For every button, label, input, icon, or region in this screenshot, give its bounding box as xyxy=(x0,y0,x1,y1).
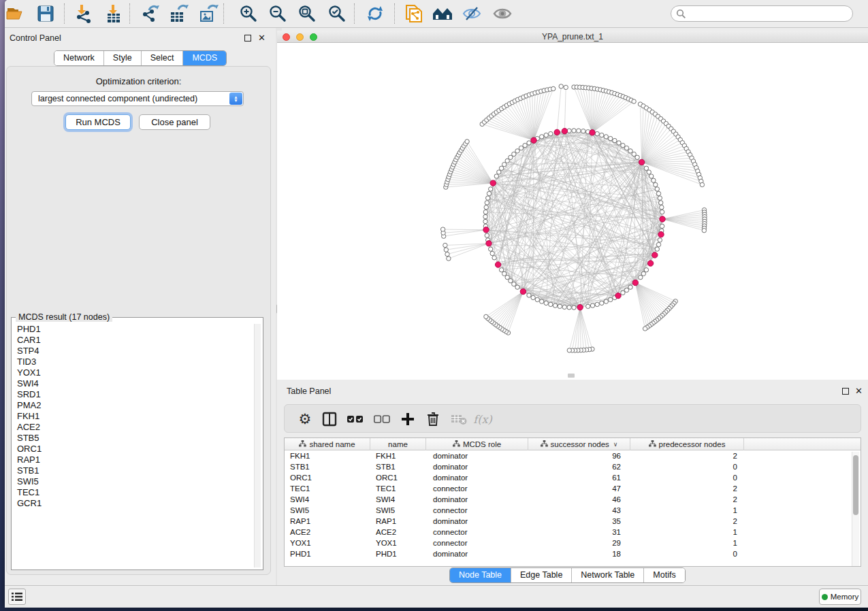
network-node[interactable] xyxy=(644,166,648,170)
network-node[interactable] xyxy=(595,302,599,306)
network-node[interactable] xyxy=(486,196,490,200)
zoom-fit-icon[interactable] xyxy=(295,2,319,25)
network-node[interactable] xyxy=(483,219,487,223)
show-columns-icon[interactable] xyxy=(319,409,340,429)
network-hub-node[interactable] xyxy=(483,227,489,233)
network-node[interactable] xyxy=(658,238,662,242)
mcds-result-item[interactable]: YOX1 xyxy=(12,367,254,378)
network-node[interactable] xyxy=(567,348,571,352)
network-node[interactable] xyxy=(499,268,503,272)
network-node[interactable] xyxy=(652,178,656,182)
mcds-list-scrollbar[interactable] xyxy=(254,324,261,567)
tab-node-table[interactable]: Node Table xyxy=(450,568,511,582)
show-all-icon[interactable] xyxy=(491,2,514,25)
network-hub-node[interactable] xyxy=(647,261,653,266)
column-header-shared-name[interactable]: shared name xyxy=(285,438,370,450)
mcds-result-item[interactable]: PHD1 xyxy=(12,324,254,335)
network-hub-node[interactable] xyxy=(639,159,644,165)
network-node[interactable] xyxy=(656,242,660,246)
network-node[interactable] xyxy=(628,149,632,153)
network-node[interactable] xyxy=(624,146,628,150)
network-node[interactable] xyxy=(632,99,636,103)
deselect-all-columns-icon[interactable] xyxy=(372,409,392,429)
delete-table-icon[interactable] xyxy=(449,409,469,429)
network-node[interactable] xyxy=(440,227,445,231)
network-node[interactable] xyxy=(485,201,489,205)
network-hub-node[interactable] xyxy=(554,129,560,135)
clone-network-icon[interactable] xyxy=(402,2,425,25)
network-node[interactable] xyxy=(656,191,660,195)
network-titlebar[interactable]: YPA_prune.txt_1 xyxy=(277,31,868,43)
network-node[interactable] xyxy=(527,141,531,145)
mcds-result-item[interactable]: FKH1 xyxy=(12,411,254,422)
network-node[interactable] xyxy=(523,144,527,148)
network-node[interactable] xyxy=(505,159,509,163)
network-node[interactable] xyxy=(655,187,659,191)
network-node[interactable] xyxy=(562,305,566,309)
tab-network[interactable]: Network xyxy=(54,51,104,65)
network-node[interactable] xyxy=(549,131,553,135)
network-node[interactable] xyxy=(641,271,645,276)
function-builder-icon[interactable]: f(x) xyxy=(472,409,493,429)
network-node[interactable] xyxy=(445,252,449,256)
export-table-icon[interactable] xyxy=(167,2,191,25)
network-node[interactable] xyxy=(515,285,519,289)
network-hub-node[interactable] xyxy=(615,293,621,298)
network-node[interactable] xyxy=(654,182,658,186)
mcds-result-item[interactable]: ACE2 xyxy=(12,422,254,433)
network-node[interactable] xyxy=(519,146,523,150)
tab-mcds[interactable]: MCDS xyxy=(183,51,226,65)
column-header-predecessor-nodes[interactable]: predecessor nodes xyxy=(630,438,744,450)
mcds-result-item[interactable]: STP4 xyxy=(12,346,254,357)
network-node[interactable] xyxy=(499,166,503,170)
network-node[interactable] xyxy=(577,129,581,133)
network-node[interactable] xyxy=(544,133,548,137)
network-node[interactable] xyxy=(527,293,531,297)
create-column-icon[interactable] xyxy=(398,409,418,429)
network-node[interactable] xyxy=(647,170,651,174)
network-node[interactable] xyxy=(559,84,563,88)
network-hub-node[interactable] xyxy=(658,231,664,237)
network-node[interactable] xyxy=(635,155,639,159)
column-header-MCDS-role[interactable]: MCDS role xyxy=(426,438,528,450)
network-hub-node[interactable] xyxy=(520,288,526,294)
export-network-icon[interactable] xyxy=(140,2,163,25)
network-node[interactable] xyxy=(600,133,604,137)
network-node[interactable] xyxy=(590,303,594,308)
apply-layout-icon[interactable] xyxy=(364,2,387,25)
network-node[interactable] xyxy=(644,268,648,272)
search-input[interactable] xyxy=(688,7,848,20)
network-node[interactable] xyxy=(531,295,535,299)
network-hub-node[interactable] xyxy=(577,305,583,310)
open-session-icon[interactable] xyxy=(3,2,27,25)
delete-column-icon[interactable] xyxy=(423,409,443,429)
criterion-dropdown[interactable]: largest connected component (undirected)… xyxy=(31,91,244,106)
table-scrollbar[interactable] xyxy=(852,452,859,566)
column-header-successor-nodes[interactable]: successor nodes∨ xyxy=(528,438,630,450)
network-node[interactable] xyxy=(489,247,493,251)
network-node[interactable] xyxy=(613,138,617,142)
network-node[interactable] xyxy=(660,210,664,214)
table-row[interactable]: YOX1YOX1connector291 xyxy=(285,538,861,548)
network-node[interactable] xyxy=(621,291,625,295)
network-hub-node[interactable] xyxy=(495,262,500,267)
mcds-result-item[interactable]: STB1 xyxy=(12,465,254,476)
zoom-selected-icon[interactable] xyxy=(325,2,349,25)
table-row[interactable]: STB1STB1dominator620 xyxy=(285,461,861,472)
network-node[interactable] xyxy=(515,149,519,153)
table-row[interactable]: PHD1PHD1dominator180 xyxy=(285,548,861,559)
network-node[interactable] xyxy=(609,136,613,140)
network-hub-node[interactable] xyxy=(486,241,492,246)
network-node[interactable] xyxy=(489,187,493,191)
task-history-button[interactable] xyxy=(8,589,26,605)
network-hub-node[interactable] xyxy=(531,137,536,143)
tab-network-table[interactable]: Network Table xyxy=(572,568,644,582)
network-node[interactable] xyxy=(494,174,498,178)
network-node[interactable] xyxy=(535,297,539,301)
network-graph[interactable] xyxy=(277,43,868,380)
network-node[interactable] xyxy=(564,85,568,89)
network-node[interactable] xyxy=(497,170,501,174)
network-node[interactable] xyxy=(617,141,621,145)
mcds-result-item[interactable]: SWI4 xyxy=(12,378,254,389)
hide-selected-icon[interactable] xyxy=(460,2,483,25)
